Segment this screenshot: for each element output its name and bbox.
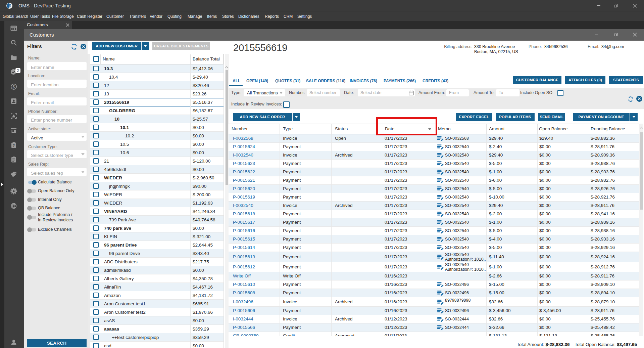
- svg-text:?: ?: [13, 143, 15, 147]
- svg-text:$: $: [13, 85, 15, 89]
